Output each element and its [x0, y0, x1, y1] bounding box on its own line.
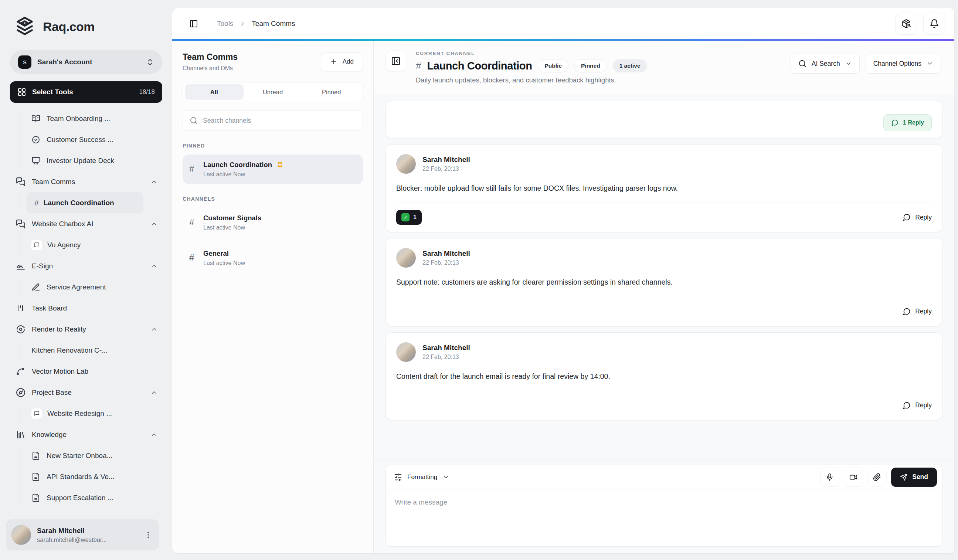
message-text: Blocker: mobile upload flow still fails …	[396, 183, 932, 193]
channel-meta: Last active Now	[203, 224, 261, 231]
message-text: Content draft for the launch email is re…	[396, 371, 932, 381]
reaction-pill[interactable]: 1	[396, 210, 422, 225]
current-channel-kicker: CURRENT CHANNEL	[416, 51, 647, 56]
chevron-up-icon[interactable]	[151, 220, 158, 228]
channel-filter-tabs: All Unread Pinned	[182, 82, 363, 102]
reply-button[interactable]: Reply	[902, 308, 932, 316]
panel-left-icon[interactable]	[186, 16, 201, 31]
breadcrumb-section[interactable]: Tools	[217, 20, 233, 28]
send-icon	[900, 473, 907, 481]
composer: Formatting	[385, 465, 942, 547]
grid-icon	[17, 87, 26, 97]
brand-logo-icon	[14, 16, 35, 38]
collapse-panel-button[interactable]	[385, 51, 406, 71]
select-tools-button[interactable]: Select Tools 18/18	[10, 81, 162, 103]
pinned-section-label: PINNED	[182, 143, 363, 149]
message-square-icon	[32, 408, 42, 419]
sidebar-item-vu-agency[interactable]: Vu Agency	[20, 234, 162, 255]
nav-group: Website Redesign ...	[20, 403, 162, 424]
search-input[interactable]	[203, 117, 356, 125]
top-header: Tools Team Comms	[172, 8, 954, 39]
library-icon	[16, 430, 25, 439]
reply-button[interactable]: Reply	[902, 401, 932, 409]
badge-public: Public	[538, 59, 568, 73]
channel-item-general[interactable]: # General Last active Now	[182, 243, 363, 273]
channel-item-customer-signals[interactable]: # Customer Signals Last active Now	[182, 208, 363, 237]
message-timestamp: 22 Feb, 20:13	[422, 260, 470, 266]
channel-search[interactable]	[182, 110, 363, 131]
sidebar-item-website-chatbox-ai[interactable]: Website Chatbox AI	[0, 213, 162, 234]
tab-pinned[interactable]: Pinned	[302, 84, 361, 100]
message-card: Sarah Mitchell 22 Feb, 20:13 Support not…	[385, 238, 942, 326]
message-input[interactable]	[386, 489, 942, 545]
chevron-up-icon[interactable]	[151, 262, 158, 270]
account-switcher[interactable]: s Sarah's Account	[10, 50, 162, 74]
file-text-icon	[32, 451, 40, 460]
channel-item-launch-coordination[interactable]: # Launch Coordination Last active Now	[182, 154, 363, 184]
nav-group: Service Agreement	[20, 276, 162, 298]
notifications-button[interactable]	[923, 13, 945, 35]
sidebar-item-service-agreement[interactable]: Service Agreement	[20, 276, 162, 298]
nav-group: Kitchen Renovation C-...	[20, 340, 162, 361]
badge-check-icon	[32, 135, 40, 144]
hash-icon: #	[189, 249, 203, 267]
reply-button[interactable]: Reply	[902, 213, 932, 221]
sidebar-item-new-starter-onboarding[interactable]: New Starter Onboa...	[20, 445, 162, 466]
app-root: Raq.com s Sarah's Account Select Tools 1…	[0, 0, 958, 560]
formatting-button[interactable]: Formatting	[394, 473, 449, 481]
message-list[interactable]: 1 Reply Sarah Mitchell 22 Feb, 20:13	[374, 94, 954, 459]
more-vertical-icon[interactable]	[144, 531, 152, 539]
channel-title: Launch Coordination	[427, 60, 532, 72]
sidebar-item-render-to-reality[interactable]: Render to Reality	[0, 319, 162, 340]
channel-panel-heading: Team Comms Channels and DMs	[182, 52, 238, 72]
sidebar-item-team-onboarding[interactable]: Team Onboarding ...	[20, 108, 162, 129]
channel-description: Daily launch updates, blockers, and cust…	[416, 76, 647, 84]
chevron-down-icon	[443, 474, 449, 481]
message-author: Sarah Mitchell	[422, 249, 470, 258]
sidebar-item-api-standards[interactable]: API Standards & Ve...	[20, 466, 162, 487]
sidebar-item-customer-success[interactable]: Customer Success ...	[20, 129, 162, 150]
breadcrumb-page: Team Comms	[252, 20, 295, 28]
message-author: Sarah Mitchell	[422, 155, 470, 164]
chevron-up-icon[interactable]	[151, 431, 158, 438]
chevron-up-icon[interactable]	[151, 389, 158, 396]
sidebar-item-support-escalation[interactable]: Support Escalation ...	[20, 487, 162, 508]
badge-active-count: 1 active	[613, 59, 647, 73]
chevron-up-icon[interactable]	[151, 178, 158, 186]
pin-icon	[276, 162, 284, 168]
sidebar-item-team-comms[interactable]: Team Comms	[0, 171, 162, 192]
package-search-button[interactable]	[895, 13, 917, 35]
sidebar-item-knowledge[interactable]: Knowledge	[0, 424, 162, 445]
hash-icon: #	[416, 60, 421, 72]
sidebar-item-e-sign[interactable]: E-Sign	[0, 255, 162, 276]
user-profile[interactable]: Sarah Mitchell sarah.mitchell@westbur...	[6, 519, 159, 550]
package-search-icon	[901, 19, 911, 29]
sidebar-item-launch-coordination[interactable]: # Launch Coordination	[27, 192, 143, 213]
sidebar-item-kitchen-renovation[interactable]: Kitchen Renovation C-...	[20, 340, 162, 361]
sidebar-item-vector-motion-lab[interactable]: Vector Motion Lab	[0, 361, 162, 382]
thread-reply-button[interactable]: 1 Reply	[883, 114, 932, 131]
channel-options-button[interactable]: Channel Options	[866, 54, 941, 73]
tab-all[interactable]: All	[185, 84, 244, 100]
attach-button[interactable]	[868, 468, 887, 487]
sidebar-item-investor-update-deck[interactable]: Investor Update Deck	[20, 150, 162, 171]
mic-icon	[826, 473, 834, 481]
tab-unread[interactable]: Unread	[244, 84, 302, 100]
send-button[interactable]: Send	[891, 468, 937, 487]
sidebar-item-website-redesign[interactable]: Website Redesign ...	[20, 403, 162, 424]
pen-line-icon	[32, 283, 40, 292]
message-card: Sarah Mitchell 22 Feb, 20:13 Content dra…	[385, 332, 942, 420]
main-panel: Tools Team Comms Team Comms	[172, 8, 954, 553]
sidebar-item-task-board[interactable]: Task Board	[0, 298, 162, 319]
add-channel-button[interactable]: Add	[321, 52, 363, 71]
plus-icon	[330, 58, 338, 65]
chevron-up-icon[interactable]	[151, 326, 158, 333]
ai-search-button[interactable]: AI Search	[791, 54, 860, 73]
sidebar-item-project-base[interactable]: Project Base	[0, 382, 162, 403]
video-button[interactable]	[844, 468, 863, 487]
chevrons-up-down-icon	[146, 58, 154, 66]
divider	[207, 18, 207, 29]
mic-button[interactable]	[820, 468, 839, 487]
badge-pinned: Pinned	[574, 59, 607, 73]
message-circle-icon	[902, 308, 911, 316]
